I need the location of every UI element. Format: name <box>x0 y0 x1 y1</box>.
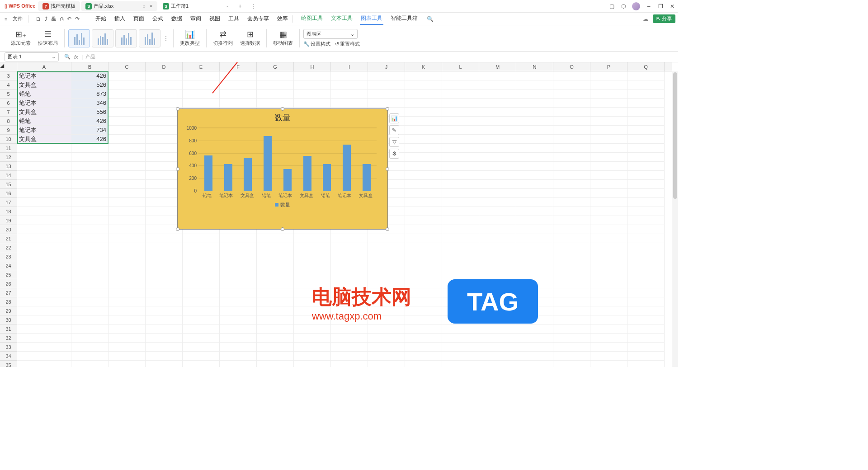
row-header[interactable]: 33 <box>0 343 17 352</box>
cell[interactable] <box>17 315 71 324</box>
cell[interactable] <box>220 288 257 297</box>
formula-input[interactable]: 产品 <box>85 53 678 60</box>
cell[interactable] <box>442 334 479 343</box>
cell[interactable] <box>108 171 146 180</box>
row-header[interactable]: 17 <box>0 198 17 207</box>
cell[interactable] <box>553 297 590 306</box>
cell[interactable] <box>257 71 294 80</box>
cell[interactable] <box>516 71 553 80</box>
cell[interactable] <box>220 89 257 99</box>
cell[interactable] <box>368 89 405 99</box>
cell[interactable] <box>479 99 516 108</box>
cell[interactable] <box>516 144 553 153</box>
row-header[interactable]: 8 <box>0 117 17 126</box>
cell[interactable] <box>516 343 553 352</box>
cell[interactable] <box>516 315 553 324</box>
cell[interactable] <box>516 306 553 315</box>
cell[interactable] <box>590 198 627 207</box>
row-header[interactable]: 27 <box>0 288 17 297</box>
cell[interactable] <box>553 288 590 297</box>
menu-tab[interactable]: 工具 <box>227 13 240 24</box>
cell[interactable] <box>590 171 627 180</box>
cell[interactable] <box>220 243 257 252</box>
cell[interactable] <box>553 189 590 198</box>
chart-object[interactable]: 数量 02004006008001000 铅笔笔记本文具盒铅笔笔记本文具盒铅笔笔… <box>177 108 388 230</box>
menu-tab[interactable]: 效率 <box>276 13 289 24</box>
menu-tab[interactable]: 智能工具箱 <box>390 13 419 25</box>
cell[interactable] <box>108 234 146 243</box>
cell[interactable] <box>108 261 146 270</box>
row-header[interactable]: 19 <box>0 216 17 225</box>
chart-bar[interactable] <box>264 136 272 191</box>
cell[interactable] <box>220 306 257 315</box>
chart-style-4[interactable] <box>139 29 160 47</box>
chart-settings-icon[interactable]: ⚙ <box>389 149 399 159</box>
cell[interactable] <box>590 315 627 324</box>
user-avatar[interactable] <box>632 2 640 10</box>
cell[interactable] <box>627 189 665 198</box>
cell[interactable] <box>368 71 405 80</box>
cell[interactable] <box>108 225 146 234</box>
cell[interactable]: 734 <box>71 126 108 135</box>
column-headers[interactable]: ABCDEFGHIJKLMNOPQ <box>17 62 672 71</box>
cell[interactable] <box>257 297 294 306</box>
cell[interactable] <box>516 135 553 144</box>
cell[interactable] <box>108 162 146 171</box>
cell[interactable]: 笔记本 <box>17 99 71 108</box>
cell[interactable] <box>405 117 442 126</box>
cell[interactable] <box>405 270 442 279</box>
chart-plot-area[interactable]: 02004006008001000 <box>198 127 377 191</box>
cell[interactable] <box>516 279 553 288</box>
cell[interactable] <box>590 153 627 162</box>
cell[interactable] <box>183 234 220 243</box>
cell[interactable] <box>627 324 665 334</box>
row-header[interactable]: 23 <box>0 252 17 261</box>
cell[interactable] <box>553 162 590 171</box>
chart-bar[interactable] <box>323 164 331 191</box>
cell[interactable] <box>627 279 665 288</box>
cell[interactable] <box>71 315 108 324</box>
cell[interactable] <box>442 234 479 243</box>
cell[interactable] <box>146 99 183 108</box>
hamburger-icon[interactable]: ≡ <box>3 16 9 22</box>
cell[interactable] <box>627 198 665 207</box>
cell[interactable] <box>71 225 108 234</box>
cell[interactable] <box>590 162 627 171</box>
change-type-button[interactable]: 📊 更改类型 <box>177 29 203 47</box>
cell[interactable]: 文具盒 <box>17 108 71 117</box>
cell[interactable] <box>627 207 665 216</box>
cell[interactable] <box>627 71 665 80</box>
cell[interactable] <box>516 216 553 225</box>
cell[interactable] <box>553 135 590 144</box>
undo-icon[interactable]: ↶ <box>67 16 71 22</box>
col-header[interactable]: A <box>17 62 71 71</box>
cell[interactable] <box>183 334 220 343</box>
cell[interactable] <box>220 99 257 108</box>
cell[interactable] <box>294 252 331 261</box>
cell[interactable] <box>183 89 220 99</box>
resize-handle[interactable] <box>386 227 389 231</box>
cell[interactable] <box>331 315 368 324</box>
minimize-icon[interactable]: – <box>646 3 652 9</box>
menu-tab[interactable]: 视图 <box>208 13 221 24</box>
add-element-button[interactable]: ⊞₊ 添加元素 <box>8 29 33 47</box>
cell[interactable] <box>146 297 183 306</box>
set-format-button[interactable]: 🔧 设置格式 <box>303 41 330 47</box>
cell[interactable] <box>405 162 442 171</box>
cell[interactable] <box>590 252 627 261</box>
cell[interactable] <box>627 361 665 367</box>
cell[interactable] <box>108 315 146 324</box>
cell[interactable] <box>294 334 331 343</box>
col-header[interactable]: J <box>368 62 405 71</box>
cell[interactable] <box>331 99 368 108</box>
cell[interactable] <box>183 279 220 288</box>
cell[interactable] <box>442 243 479 252</box>
cell[interactable] <box>146 306 183 315</box>
cell[interactable] <box>479 180 516 189</box>
row-header[interactable]: 35 <box>0 361 17 367</box>
chart-bar[interactable] <box>244 158 252 191</box>
cell[interactable] <box>108 361 146 367</box>
cell[interactable] <box>553 352 590 361</box>
resize-handle[interactable] <box>281 107 284 111</box>
cell[interactable] <box>590 135 627 144</box>
